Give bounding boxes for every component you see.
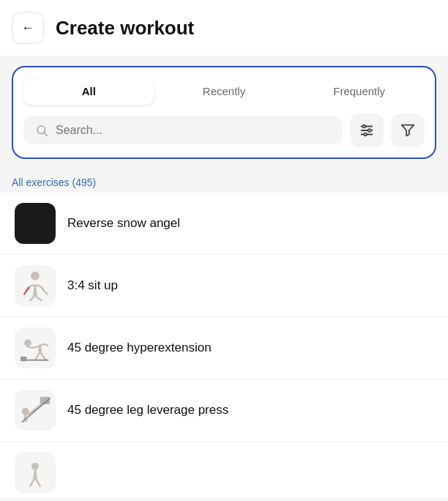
svg-point-10 bbox=[24, 339, 31, 346]
exercise-thumbnail bbox=[15, 327, 56, 368]
exercise-thumbnail bbox=[15, 390, 56, 431]
svg-point-7 bbox=[364, 133, 367, 136]
exercise-thumbnail bbox=[15, 452, 56, 493]
list-item[interactable]: 45 degree leg leverage press bbox=[0, 379, 448, 442]
exercise-name: 45 degree hyperextension bbox=[67, 341, 212, 355]
exercise-thumbnail bbox=[15, 203, 56, 244]
search-row bbox=[23, 114, 425, 147]
search-input[interactable] bbox=[56, 124, 331, 137]
filter-button[interactable] bbox=[391, 114, 425, 147]
page-title: Create workout bbox=[56, 17, 194, 40]
list-item[interactable] bbox=[0, 442, 448, 497]
exercise-figure-icon bbox=[17, 267, 53, 304]
exercise-name: 45 degree leg leverage press bbox=[67, 403, 228, 417]
exercise-thumbnail bbox=[15, 265, 56, 306]
exercise-name: Reverse snow angel bbox=[67, 216, 180, 231]
svg-marker-8 bbox=[402, 125, 414, 136]
svg-point-5 bbox=[363, 125, 366, 128]
exercise-figure-icon bbox=[17, 330, 53, 366]
list-item[interactable]: 45 degree hyperextension bbox=[0, 317, 448, 379]
tab-frequently[interactable]: Frequently bbox=[294, 78, 425, 105]
exercise-list: Reverse snow angel 3:4 sit up bbox=[0, 193, 448, 497]
back-button[interactable]: ← bbox=[12, 12, 44, 44]
svg-line-1 bbox=[44, 133, 47, 136]
svg-point-9 bbox=[31, 272, 40, 281]
svg-point-6 bbox=[368, 129, 371, 132]
list-item[interactable]: Reverse snow angel bbox=[0, 193, 448, 255]
search-icon bbox=[35, 124, 48, 137]
tab-all[interactable]: All bbox=[23, 78, 154, 105]
filter-card: All Recently Frequently bbox=[12, 66, 436, 159]
filter-icon bbox=[400, 122, 416, 138]
exercise-name: 3:4 sit up bbox=[67, 278, 118, 293]
sliders-icon bbox=[359, 122, 375, 138]
tab-bar: All Recently Frequently bbox=[23, 78, 425, 105]
sliders-button[interactable] bbox=[350, 114, 384, 147]
exercise-figure-icon bbox=[17, 392, 53, 428]
svg-rect-12 bbox=[20, 357, 26, 362]
search-box bbox=[23, 116, 343, 144]
tab-recently[interactable]: Recently bbox=[159, 78, 290, 105]
section-label: All exercises (495) bbox=[0, 169, 448, 193]
header: ← Create workout bbox=[0, 0, 448, 56]
svg-point-16 bbox=[31, 463, 39, 470]
list-item[interactable]: 3:4 sit up bbox=[0, 255, 448, 317]
exercise-figure-icon bbox=[17, 454, 53, 491]
back-arrow-icon: ← bbox=[21, 21, 34, 36]
